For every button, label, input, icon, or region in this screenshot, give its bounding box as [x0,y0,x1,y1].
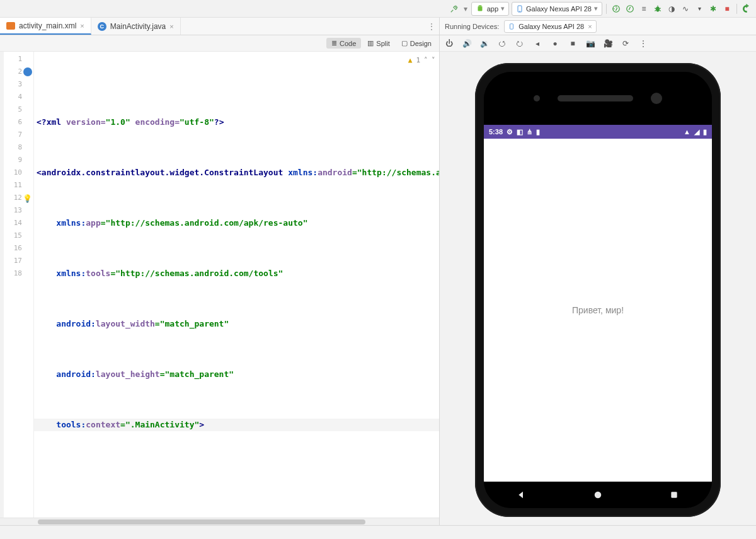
device-screen[interactable]: 5:38 ⚙ ◧ ⋔ ▮ ▲ ◢ ▮ Привет, мир! [484,125,712,482]
nav-home-icon[interactable] [592,489,604,501]
wifi-icon: ▲ [684,128,690,136]
volume-down-icon[interactable]: 🔉 [479,38,490,49]
t: ="http://schemas.android.com/apk/res-aut… [101,218,308,228]
format-icon[interactable]: ≡ [638,3,650,14]
mode-design[interactable]: ▢ Design [396,38,437,49]
speaker-icon [558,95,633,101]
layout-editor-mode-bar: ≣ Code ▥ Split ▢ Design [0,35,439,52]
svg-rect-7 [510,23,513,28]
main-toolbar: ▾ app ▾ Galaxy Nexus API 28 ▾ ≡ ◑ ∿ ▾ ✱ … [0,0,756,18]
stop-icon[interactable]: ■ [721,3,733,14]
battery-small-icon: ▮ [536,128,540,136]
device-label: Galaxy Nexus API 28 [526,5,592,13]
separator [736,4,737,14]
signal-icon: ◢ [694,128,699,136]
device-bezel-top [484,72,712,125]
t: ="http://schemas.android.com/tools" [110,269,283,278]
camera-icon [651,93,662,104]
mode-split[interactable]: ▥ Split [362,38,394,49]
close-icon[interactable]: × [80,22,84,30]
nav-overview-icon[interactable] [668,489,680,501]
t: tools: [56,420,86,429]
scroll-thumb[interactable] [38,519,365,525]
android-nav-bar [484,482,712,508]
tab-overflow-icon[interactable]: ⋮ [424,18,439,35]
editor-pane: ≣ Code ▥ Split ▢ Design 1 2 3 4 5 6 7 [0,35,440,525]
running-devices-bar: Running Devices: Galaxy Nexus API 28 × [440,18,756,35]
mode-label: Split [376,40,389,47]
hello-text: Привет, мир! [572,305,624,315]
run-icon[interactable] [610,3,622,14]
t: context [86,420,120,429]
debug-icon[interactable] [652,3,663,14]
status-bar [0,525,756,539]
t: ="match_parent" [155,319,229,328]
code-mode-icon: ≣ [331,39,337,47]
rotate-left-icon[interactable]: ⭯ [496,38,508,49]
device-selector[interactable]: Galaxy Nexus API 28 ▾ [512,2,602,16]
apply-changes-icon[interactable] [624,3,636,14]
t: =".MainActivity" [120,420,199,429]
split-mode-icon: ▥ [367,39,374,47]
sync-icon[interactable] [741,3,752,14]
tab-label: activity_main.xml [19,21,76,30]
more-icon[interactable]: ▾ [694,3,705,14]
t: androidx.constraintlayout.widget.Constra… [42,168,284,177]
code-lines[interactable]: ▲ 1 ˄ ˅ <?xml version="1.0" encoding="ut… [34,52,439,518]
inspection-strip[interactable]: ▲ 1 ˄ ˅ [408,54,435,67]
svg-point-5 [627,5,634,12]
volume-up-icon[interactable]: 🔊 [461,38,472,49]
t: tools [86,269,110,278]
bulb-icon[interactable]: 💡 [23,192,32,201]
close-icon[interactable]: × [588,23,592,30]
reload-icon[interactable]: ⟳ [620,38,631,49]
t: xmlns: [283,168,318,177]
file-tabs: activity_main.xml × C MainActivity.java … [0,18,440,35]
svg-point-8 [595,492,602,499]
svg-rect-9 [671,492,677,497]
sensor-icon [534,95,540,101]
tab-label: MainActivity.java [110,22,166,31]
hammer-dropdown-icon[interactable]: ▾ [462,3,469,14]
t: ="match_parent" [160,369,234,379]
nav-back-icon[interactable] [515,489,528,501]
main-split: ≣ Code ▥ Split ▢ Design 1 2 3 4 5 6 7 [0,35,756,525]
more-icon[interactable]: ⋮ [638,38,649,49]
debug-badge-icon: ◧ [517,128,523,136]
tab-activity-main[interactable]: activity_main.xml × [0,18,91,35]
chevron-down-icon[interactable]: ˅ [432,54,435,67]
warning-count: 1 [416,54,420,67]
warning-icon: ▲ [408,54,413,67]
mode-label: Design [410,40,432,47]
tab-bar: activity_main.xml × C MainActivity.java … [0,18,756,35]
overview-icon[interactable]: ■ [567,38,578,49]
emulator-pane: ⏻ 🔊 🔉 ⭯ ⭮ ◂ ● ■ 📷 🎥 ⟳ ⋮ [440,35,756,525]
rotate-right-icon[interactable]: ⭮ [514,38,525,49]
coverage-icon[interactable]: ◑ [666,3,677,14]
svg-point-0 [478,6,479,6]
power-icon[interactable]: ⏻ [444,38,455,49]
code-editor[interactable]: 1 2 3 4 5 6 7 8 9 10 11 12💡 13 14 15 16 … [0,52,439,518]
module-label: app [487,5,498,13]
attach-icon[interactable]: ✱ [707,3,719,14]
line-gutter: 1 2 3 4 5 6 7 8 9 10 11 12💡 13 14 15 16 … [4,52,34,518]
profiler-icon[interactable]: ∿ [680,3,691,14]
horizontal-scrollbar[interactable] [0,518,439,525]
close-icon[interactable]: × [169,23,173,30]
record-icon[interactable]: 🎥 [602,38,614,49]
t: layout_width [96,319,155,328]
xml-file-icon [6,22,15,30]
usb-icon: ⋔ [527,128,532,136]
screenshot-icon[interactable]: 📷 [585,38,596,49]
back-icon[interactable]: ◂ [532,38,543,49]
mode-code[interactable]: ≣ Code [326,38,361,49]
t: xmlns: [56,269,86,278]
separator [606,4,607,14]
design-mode-icon: ▢ [401,39,408,47]
module-selector[interactable]: app ▾ [471,2,509,16]
tab-main-activity[interactable]: C MainActivity.java × [91,18,181,35]
chevron-up-icon[interactable]: ˄ [424,54,428,67]
home-icon[interactable]: ● [549,38,561,49]
running-device-tab[interactable]: Galaxy Nexus API 28 × [504,20,596,33]
hammer-icon[interactable] [449,3,460,14]
